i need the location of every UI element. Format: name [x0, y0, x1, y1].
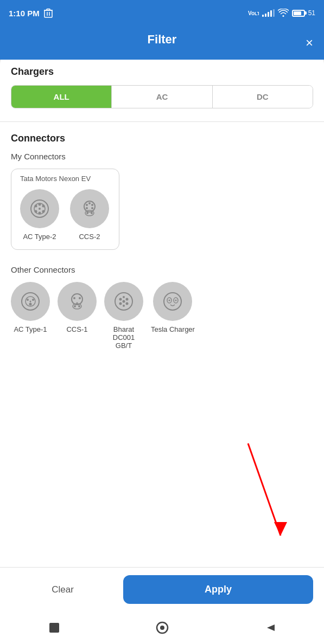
svg-point-38: [119, 298, 122, 301]
signal-icon: [262, 9, 275, 17]
svg-point-36: [78, 305, 80, 307]
svg-point-31: [73, 297, 75, 299]
status-icons: Vo LTE 51: [248, 9, 315, 17]
connector-tesla[interactable]: Tesla Charger: [151, 282, 195, 350]
status-time-area: 1:10 PM: [9, 8, 53, 18]
svg-point-12: [42, 210, 45, 213]
svg-point-42: [123, 300, 125, 303]
connector-ccs2[interactable]: CCS-2: [70, 189, 109, 241]
nav-back-button[interactable]: [259, 617, 281, 639]
svg-point-44: [123, 305, 125, 307]
volte-icon: Vo LTE: [248, 9, 259, 17]
svg-point-14: [39, 208, 41, 210]
svg-point-35: [74, 305, 76, 307]
svg-rect-52: [49, 623, 59, 633]
svg-point-19: [86, 207, 88, 209]
tesla-icon: [161, 289, 185, 313]
connector-bharat-dc[interactable]: Bharat DC001 GB/T: [104, 282, 143, 350]
connector-ac-type2[interactable]: AC Type-2: [20, 189, 59, 241]
svg-point-20: [91, 207, 93, 209]
bharat-dc-icon: [112, 289, 136, 313]
svg-point-27: [32, 299, 34, 301]
battery-level: 51: [308, 9, 315, 17]
svg-point-32: [79, 297, 81, 299]
svg-point-8: [35, 205, 37, 208]
ac-type2-icon: [28, 197, 52, 221]
svg-marker-55: [267, 624, 275, 631]
svg-point-11: [35, 210, 37, 213]
svg-point-9: [42, 205, 45, 208]
square-icon: [48, 622, 60, 634]
svg-point-17: [91, 204, 93, 206]
svg-point-23: [91, 212, 93, 214]
svg-point-45: [164, 293, 181, 310]
chargers-section: Chargers ALL AC DC: [11, 66, 313, 108]
charger-tab-ac[interactable]: AC: [112, 86, 212, 108]
svg-text:Vo: Vo: [248, 10, 255, 16]
connector-label-bharat-dc: Bharat DC001 GB/T: [104, 325, 143, 350]
svg-point-49: [175, 300, 177, 301]
charger-tabs: ALL AC DC: [11, 85, 313, 108]
svg-point-29: [30, 301, 31, 302]
car-model-label: Tata Motors Nexon EV: [20, 175, 110, 183]
my-connectors-row: AC Type-2: [20, 189, 110, 241]
svg-point-13: [39, 212, 41, 215]
svg-point-26: [27, 299, 29, 301]
circle-icon: [156, 621, 169, 634]
svg-point-54: [160, 626, 164, 630]
connectors-section-title: Connectors: [11, 133, 313, 144]
connectors-section: Connectors My Connectors Tata Motors Nex…: [11, 133, 313, 350]
connector-ac-type1[interactable]: AC Type-1: [11, 282, 50, 350]
triangle-icon: [265, 622, 276, 633]
connector-label-ccs1: CCS-1: [66, 325, 87, 333]
svg-point-16: [86, 204, 88, 206]
svg-point-39: [126, 298, 129, 301]
svg-point-43: [123, 296, 125, 298]
svg-point-48: [169, 300, 170, 301]
svg-rect-0: [45, 10, 52, 17]
filter-header: Filter ×: [0, 26, 324, 60]
svg-point-10: [39, 203, 41, 206]
svg-point-28: [29, 303, 32, 306]
my-connectors-subtitle: My Connectors: [11, 152, 313, 161]
connector-circle-tesla: [153, 282, 192, 321]
ccs1-icon: [65, 289, 89, 313]
chargers-section-title: Chargers: [11, 66, 313, 78]
ccs2-icon: [78, 197, 101, 221]
svg-point-22: [86, 212, 88, 214]
ac-type1-icon: [18, 289, 42, 313]
nav-square-button[interactable]: [43, 617, 65, 639]
clear-button[interactable]: Clear: [11, 576, 115, 604]
svg-text:LTE: LTE: [255, 11, 259, 16]
other-connectors-subtitle: Other Connectors: [11, 265, 313, 274]
connector-circle-ccs2: [70, 189, 109, 228]
header-title: Filter: [148, 33, 177, 47]
svg-point-41: [126, 302, 129, 305]
connector-ccs1[interactable]: CCS-1: [58, 282, 97, 350]
connector-circle-bharat-dc: [104, 282, 143, 321]
connector-label-ac-type2: AC Type-2: [23, 233, 56, 241]
svg-point-40: [119, 302, 122, 305]
connector-label-ac-type1: AC Type-1: [14, 325, 47, 333]
filter-content: Chargers ALL AC DC Connectors My Connect…: [0, 53, 324, 590]
status-bar: 1:10 PM Vo LTE: [0, 0, 324, 26]
charger-tab-dc[interactable]: DC: [213, 86, 313, 108]
wifi-icon: [278, 9, 289, 17]
battery-icon: [292, 10, 305, 17]
section-divider: [0, 121, 324, 122]
other-connectors-row: AC Type-1 CCS-1: [11, 282, 313, 350]
delete-icon: [44, 8, 53, 18]
connector-label-ccs2: CCS-2: [79, 233, 100, 241]
my-connectors-box: Tata Motors Nexon EV: [11, 169, 119, 250]
apply-button[interactable]: Apply: [123, 575, 313, 604]
connector-label-tesla: Tesla Charger: [151, 325, 195, 333]
nav-bar: [0, 611, 324, 644]
charger-tab-all[interactable]: ALL: [11, 86, 112, 108]
connector-circle-ac-type2: [20, 189, 59, 228]
bottom-bar: Clear Apply: [0, 567, 324, 611]
connector-circle-ccs1: [58, 282, 97, 321]
close-button[interactable]: ×: [306, 36, 313, 49]
nav-home-button[interactable]: [151, 617, 173, 639]
connector-circle-ac-type1: [11, 282, 50, 321]
svg-point-18: [88, 202, 91, 204]
